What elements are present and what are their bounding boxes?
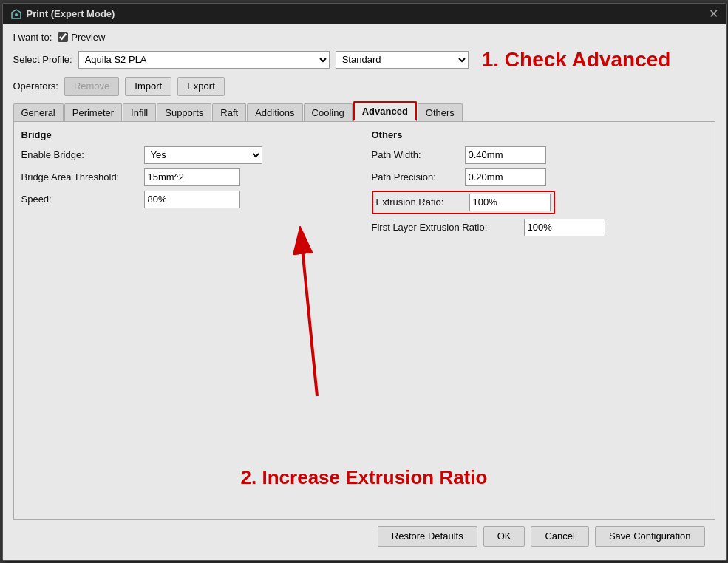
extrusion-ratio-input[interactable] bbox=[469, 194, 551, 211]
preview-checkbox[interactable] bbox=[58, 32, 68, 42]
others-column: Others Path Width: Path Precision: bbox=[372, 129, 707, 241]
tab-raft[interactable]: Raft bbox=[212, 103, 246, 121]
preview-row: I want to: Preview bbox=[13, 32, 715, 43]
cancel-button[interactable]: Cancel bbox=[531, 526, 588, 547]
svg-line-3 bbox=[302, 248, 317, 396]
tab-general[interactable]: General bbox=[13, 103, 64, 121]
profile-row: Select Profile: Aquila S2 PLA Standard 1… bbox=[13, 48, 715, 72]
operators-row: Operators: Remove Import Export bbox=[13, 77, 715, 96]
bridge-speed-row: Speed: bbox=[21, 191, 357, 208]
app-icon bbox=[10, 8, 22, 20]
bridge-speed-input[interactable] bbox=[144, 191, 240, 208]
tab-others[interactable]: Others bbox=[418, 103, 463, 121]
annotation-check-advanced: 1. Check Advanced bbox=[482, 48, 671, 72]
restore-defaults-button[interactable]: Restore Defaults bbox=[378, 526, 477, 547]
tab-cooling[interactable]: Cooling bbox=[304, 103, 353, 121]
import-button[interactable]: Import bbox=[125, 77, 171, 96]
operators-label: Operators: bbox=[13, 81, 58, 92]
content-columns: Bridge Enable Bridge: Yes Bridge Area Th… bbox=[21, 129, 707, 241]
title-bar: Print (Expert Mode) ✕ bbox=[3, 4, 726, 24]
i-want-to-label: I want to: bbox=[13, 32, 52, 43]
profile-select[interactable]: Aquila S2 PLA bbox=[78, 51, 330, 69]
enable-bridge-label: Enable Bridge: bbox=[21, 149, 140, 160]
tabs-bar: General Perimeter Infill Supports Raft A… bbox=[13, 101, 715, 122]
save-configuration-button[interactable]: Save Configuration bbox=[595, 526, 705, 547]
tab-additions[interactable]: Additions bbox=[247, 103, 302, 121]
main-window: Print (Expert Mode) ✕ I want to: Preview… bbox=[2, 3, 727, 561]
content-area: Bridge Enable Bridge: Yes Bridge Area Th… bbox=[13, 122, 715, 519]
close-button[interactable]: ✕ bbox=[709, 8, 718, 20]
remove-button[interactable]: Remove bbox=[64, 77, 119, 96]
enable-bridge-row: Enable Bridge: Yes bbox=[21, 146, 357, 164]
enable-bridge-select[interactable]: Yes bbox=[144, 146, 262, 164]
extrusion-ratio-row: Extrusion Ratio: bbox=[372, 191, 707, 214]
footer: Restore Defaults OK Cancel Save Configur… bbox=[13, 519, 715, 553]
first-layer-extrusion-row: First Layer Extrusion Ratio: bbox=[372, 219, 707, 236]
path-precision-row: Path Precision: bbox=[372, 168, 707, 186]
path-width-row: Path Width: bbox=[372, 146, 707, 164]
annotation-area: 2. Increase Extrusion Ratio bbox=[21, 241, 707, 511]
select-profile-label: Select Profile: bbox=[13, 54, 72, 65]
bridge-threshold-label: Bridge Area Threshold: bbox=[21, 171, 140, 182]
extrusion-ratio-highlight: Extrusion Ratio: bbox=[372, 191, 555, 214]
path-precision-label: Path Precision: bbox=[372, 171, 460, 182]
bridge-column: Bridge Enable Bridge: Yes Bridge Area Th… bbox=[21, 129, 357, 241]
path-precision-input[interactable] bbox=[465, 168, 546, 186]
tab-infill[interactable]: Infill bbox=[123, 103, 156, 121]
tab-advanced[interactable]: Advanced bbox=[353, 101, 417, 121]
bridge-speed-label: Speed: bbox=[21, 194, 140, 205]
bridge-threshold-row: Bridge Area Threshold: bbox=[21, 168, 357, 186]
preview-checkbox-group: Preview bbox=[58, 32, 105, 43]
extrusion-ratio-label: Extrusion Ratio: bbox=[376, 197, 465, 208]
first-layer-extrusion-label: First Layer Extrusion Ratio: bbox=[372, 222, 520, 233]
path-width-label: Path Width: bbox=[372, 149, 460, 160]
path-width-input[interactable] bbox=[465, 146, 546, 164]
first-layer-extrusion-input[interactable] bbox=[524, 219, 605, 236]
export-button[interactable]: Export bbox=[177, 77, 225, 96]
ok-button[interactable]: OK bbox=[483, 526, 525, 547]
bridge-threshold-input[interactable] bbox=[144, 168, 240, 186]
window-body: I want to: Preview Select Profile: Aquil… bbox=[3, 24, 726, 560]
tab-perimeter[interactable]: Perimeter bbox=[64, 103, 122, 121]
annotation-increase-extrusion: 2. Increase Extrusion Ratio bbox=[241, 466, 488, 489]
quality-select[interactable]: Standard bbox=[336, 51, 469, 69]
arrow-svg bbox=[243, 226, 391, 411]
svg-point-1 bbox=[15, 13, 18, 16]
tab-supports[interactable]: Supports bbox=[157, 103, 211, 121]
others-section-title: Others bbox=[372, 129, 707, 140]
window-title: Print (Expert Mode) bbox=[27, 8, 115, 19]
preview-label: Preview bbox=[71, 32, 105, 43]
bridge-section-title: Bridge bbox=[21, 129, 357, 140]
